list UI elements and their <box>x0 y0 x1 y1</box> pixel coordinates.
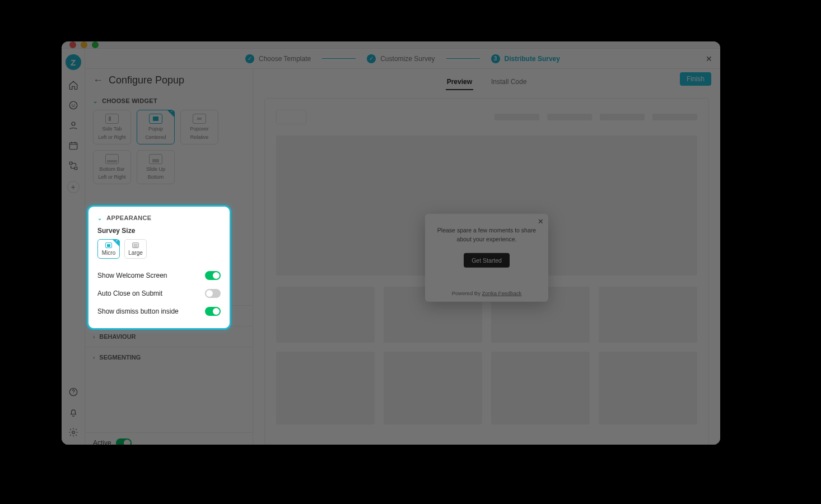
brand-link[interactable]: Zonka Feedback <box>482 290 522 296</box>
svg-point-3 <box>72 122 75 125</box>
placeholder-nav <box>600 114 645 120</box>
widget-sub: Left or Right <box>98 174 125 180</box>
placeholder-card <box>599 287 697 343</box>
window-max-dot[interactable] <box>92 41 99 48</box>
brand-logo[interactable]: Z <box>66 54 81 70</box>
mac-titlebar <box>62 41 720 48</box>
placeholder-nav <box>652 114 697 120</box>
surveys-icon[interactable] <box>68 100 78 110</box>
option-show-welcome: Show Welcome Screen <box>97 267 221 284</box>
active-toggle[interactable] <box>116 438 132 445</box>
window-min-dot[interactable] <box>81 41 87 48</box>
gear-icon[interactable] <box>68 427 78 437</box>
popup-close-icon[interactable]: ✕ <box>538 217 544 226</box>
widget-bottom-bar[interactable]: Bottom Bar Left or Right <box>93 150 131 185</box>
svg-rect-5 <box>69 162 72 165</box>
home-icon[interactable] <box>68 80 78 90</box>
svg-point-0 <box>69 101 77 109</box>
size-option-large[interactable]: Large <box>124 239 147 259</box>
step-choose-template[interactable]: ✓ Choose Template <box>245 54 311 63</box>
survey-popup: ✕ Please spare a few moments to share ab… <box>425 214 548 302</box>
widget-side-tab[interactable]: Side Tab Left or Right <box>93 110 131 144</box>
widget-grid: Side Tab Left or Right Popup Centered Po… <box>85 110 253 190</box>
widget-name: Popup <box>148 126 163 132</box>
size-option-micro[interactable]: Micro <box>97 239 120 259</box>
option-label: Show dismiss button inside <box>97 307 179 315</box>
step-bar: ✓ Choose Template ✓ Customize Survey 3 D… <box>85 49 720 69</box>
survey-size-options: Micro Large <box>97 239 221 259</box>
step-label: Customize Survey <box>380 55 435 63</box>
option-auto-close: Auto Close on Submit <box>97 284 221 302</box>
tab-preview[interactable]: Preview <box>446 74 473 90</box>
widget-name: Slide Up <box>146 166 165 172</box>
choose-widget-section[interactable]: ⌄ CHOOSE WIDGET <box>85 92 253 110</box>
widget-name: Bottom Bar <box>99 166 124 172</box>
add-button[interactable]: + <box>67 181 80 193</box>
option-show-dismiss: Show dismiss button inside <box>97 302 221 320</box>
accordion-segmenting[interactable]: › SEGMENTING <box>85 347 253 367</box>
widget-popover[interactable]: Popover Relative <box>180 110 218 144</box>
selected-check-icon <box>167 110 175 118</box>
contacts-icon[interactable] <box>68 120 78 130</box>
help-icon[interactable] <box>68 387 78 397</box>
appearance-panel: ⌄ APPEARANCE Survey Size Micro Large Sho… <box>87 205 231 330</box>
svg-rect-6 <box>74 167 77 170</box>
bell-icon[interactable] <box>68 407 78 417</box>
svg-rect-4 <box>69 143 77 150</box>
chevron-down-icon: ⌄ <box>93 98 97 104</box>
step-divider <box>446 58 480 59</box>
accordion-label: BEHAVIOUR <box>99 333 136 340</box>
toggle-show-dismiss[interactable] <box>205 307 221 316</box>
step-divider <box>322 58 356 59</box>
nav-rail: Z + <box>62 49 85 445</box>
toggle-show-welcome[interactable] <box>205 271 221 280</box>
config-header: ← Configure Popup <box>85 69 253 92</box>
close-icon[interactable]: ✕ <box>706 54 712 63</box>
get-started-button[interactable]: Get Started <box>464 253 510 268</box>
widget-name: Side Tab <box>102 126 122 132</box>
step-number: 3 <box>491 54 500 63</box>
survey-message: Please spare a few moments to share abou… <box>434 226 539 244</box>
step-distribute-survey[interactable]: 3 Distribute Survey <box>491 54 560 63</box>
survey-size-label: Survey Size <box>97 227 221 235</box>
toggle-auto-close[interactable] <box>205 289 221 298</box>
check-icon: ✓ <box>245 54 254 63</box>
active-footer: Active <box>85 432 253 445</box>
placeholder-card <box>276 287 375 343</box>
svg-point-2 <box>74 104 75 105</box>
placeholder-nav <box>547 114 592 120</box>
preview-canvas: ✕ Please spare a few moments to share ab… <box>264 98 709 445</box>
svg-point-1 <box>72 104 73 105</box>
chevron-right-icon: › <box>93 334 95 340</box>
back-arrow-icon[interactable]: ← <box>93 74 103 86</box>
calendar-icon[interactable] <box>68 141 78 151</box>
placeholder-card <box>276 352 375 424</box>
size-label-text: Micro <box>102 250 115 256</box>
step-customize-survey[interactable]: ✓ Customize Survey <box>367 54 435 63</box>
section-label: APPEARANCE <box>106 214 151 221</box>
placeholder-card <box>384 352 482 424</box>
appearance-section-header[interactable]: ⌄ APPEARANCE <box>97 214 221 227</box>
widget-name: Popover <box>190 126 209 132</box>
size-label-text: Large <box>128 250 143 256</box>
check-icon: ✓ <box>367 54 376 63</box>
tab-install-code[interactable]: Install Code <box>490 74 528 90</box>
placeholder-logo <box>276 110 306 124</box>
svg-point-8 <box>73 394 73 394</box>
placeholder-nav <box>495 114 539 120</box>
workflow-icon[interactable] <box>68 161 78 171</box>
widget-popup-centered[interactable]: Popup Centered <box>137 110 175 144</box>
active-label: Active <box>93 439 111 445</box>
widget-sub: Bottom <box>148 174 164 180</box>
option-label: Auto Close on Submit <box>97 290 162 297</box>
selected-check-icon <box>112 239 120 247</box>
preview-header <box>276 110 697 124</box>
widget-slide-up[interactable]: Slide Up Bottom <box>137 150 175 185</box>
accordion-label: SEGMENTING <box>99 354 141 361</box>
finish-button[interactable]: Finish <box>680 72 711 86</box>
widget-sub: Centered <box>145 134 166 141</box>
step-label: Distribute Survey <box>505 55 560 63</box>
survey-footer: Powered By Zonka Feedback <box>434 290 539 296</box>
window-close-dot[interactable] <box>69 41 76 48</box>
widget-sub: Relative <box>190 134 209 141</box>
